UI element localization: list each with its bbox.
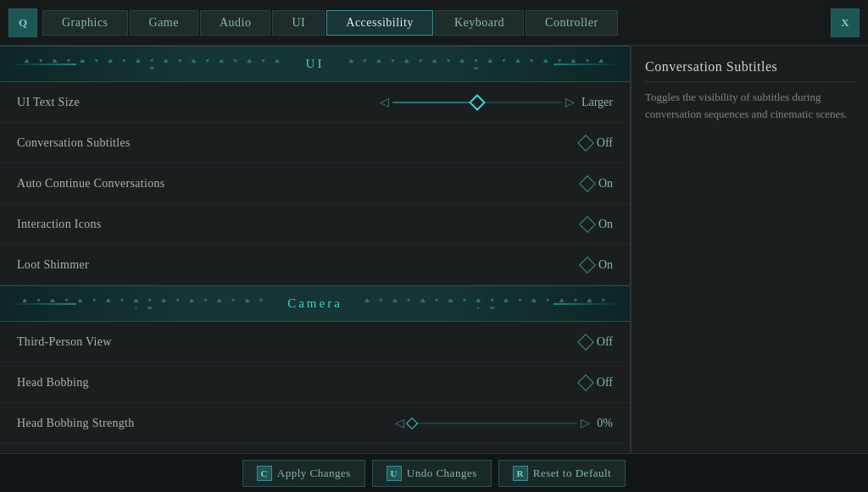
tab-ui[interactable]: UI (272, 10, 325, 36)
toggle-loot-shimmer[interactable]: On (581, 258, 613, 272)
setting-head-bobbing[interactable]: Head Bobbing Off (0, 362, 630, 403)
toggle-icon-conversation-subtitles (577, 135, 594, 152)
setting-auto-continue-conversations[interactable]: Auto Continue Conversations On (0, 163, 630, 204)
toggle-conversation-subtitles[interactable]: Off (580, 136, 613, 150)
slider-ui-text-size[interactable]: ◁ ▷ Larger (380, 95, 613, 109)
right-info-panel: Conversation Subtitles Toggles the visib… (631, 46, 868, 453)
tab-audio[interactable]: Audio (200, 10, 271, 36)
toggle-icon-head-bobbing (577, 374, 594, 391)
bottom-action-bar: C Apply Changes U Undo Changes R Reset t… (0, 453, 868, 492)
nav-corner-close-button[interactable]: X (831, 8, 860, 37)
section-label-camera: Camera (287, 296, 342, 311)
slider-value-head-bobbing-strength: 0% (597, 417, 613, 430)
toggle-value-conversation-subtitles: Off (597, 136, 613, 150)
toggle-value-head-bobbing: Off (597, 376, 613, 390)
toggle-third-person-view[interactable]: Off (580, 335, 613, 349)
toggle-value-auto-continue: On (598, 177, 613, 191)
slider-head-bobbing-strength[interactable]: ◁ ▷ 0% (395, 416, 613, 430)
apply-changes-button[interactable]: C Apply Changes (242, 460, 365, 487)
apply-key-indicator: C (257, 466, 272, 481)
setting-label-third-person-view: Third-Person View (17, 335, 580, 349)
settings-panel: ▲ ▼ ▲ ▼ ▲ ▼ ▲ ▼ ▲ ▼ ▲ ▼ ▲ ▼ ▲ ▼ ▲ ▼ ▲ ▼ … (0, 46, 631, 453)
setting-label-head-bobbing-strength: Head Bobbing Strength (17, 417, 395, 430)
setting-label-loot-shimmer: Loot Shimmer (17, 258, 581, 272)
toggle-icon-auto-continue (579, 175, 596, 192)
toggle-auto-continue[interactable]: On (581, 177, 613, 191)
reset-key-indicator: R (513, 466, 528, 481)
apply-changes-label: Apply Changes (277, 467, 351, 480)
right-panel-description: Toggles the visibility of subtitles duri… (645, 89, 854, 122)
tab-accessibility[interactable]: Accessibility (326, 10, 433, 36)
reset-to-default-label: Reset to Default (533, 467, 611, 480)
toggle-icon-third-person-view (577, 334, 594, 351)
setting-label-conversation-subtitles: Conversation Subtitles (17, 136, 580, 150)
setting-label-interaction-icons: Interaction Icons (17, 218, 581, 231)
toggle-icon-loot-shimmer (579, 257, 596, 274)
setting-ui-text-size[interactable]: UI Text Size ◁ ▷ Larger (0, 82, 630, 123)
section-label-ui: UI (306, 57, 325, 71)
toggle-interaction-icons[interactable]: On (581, 218, 613, 231)
setting-interaction-icons[interactable]: Interaction Icons On (0, 204, 630, 245)
slider-left-arrow[interactable]: ◁ (380, 95, 389, 109)
toggle-head-bobbing[interactable]: Off (580, 376, 613, 390)
nav-tabs-container: Graphics Game Audio UI Accessibility Key… (42, 10, 618, 36)
tab-graphics[interactable]: Graphics (42, 10, 128, 36)
toggle-value-loot-shimmer: On (598, 258, 613, 272)
toggle-value-third-person-view: Off (597, 335, 613, 349)
nav-corner-left-button[interactable]: Q (8, 8, 37, 37)
section-header-ui: ▲ ▼ ▲ ▼ ▲ ▼ ▲ ▼ ▲ ▼ ▲ ▼ ▲ ▼ ▲ ▼ ▲ ▼ ▲ ▼ … (0, 46, 630, 82)
setting-label-auto-continue: Auto Continue Conversations (17, 177, 581, 191)
slider-right-arrow-bobbing[interactable]: ▷ (581, 416, 590, 430)
slider-right-arrow[interactable]: ▷ (565, 95, 575, 109)
right-panel-title: Conversation Subtitles (645, 59, 854, 82)
tab-controller[interactable]: Controller (526, 10, 618, 36)
section-header-camera: ▲ ▼ ▲ ▼ ▲ ▼ ▲ ▼ ▲ ▼ ▲ ▼ ▲ ▼ ▲ ▼ ▲ ▼ ▲ ▼ … (0, 285, 630, 322)
tab-keyboard[interactable]: Keyboard (435, 10, 524, 36)
setting-label-ui-text-size: UI Text Size (17, 96, 380, 109)
slider-track (392, 102, 562, 103)
undo-changes-button[interactable]: U Undo Changes (372, 460, 492, 487)
main-layout: ▲ ▼ ▲ ▼ ▲ ▼ ▲ ▼ ▲ ▼ ▲ ▼ ▲ ▼ ▲ ▼ ▲ ▼ ▲ ▼ … (0, 46, 868, 453)
top-navigation: Q Graphics Game Audio UI Accessibility K… (0, 0, 868, 46)
setting-third-person-view[interactable]: Third-Person View Off (0, 322, 630, 362)
undo-key-indicator: U (387, 466, 402, 481)
setting-head-bobbing-strength[interactable]: Head Bobbing Strength ◁ ▷ 0% (0, 403, 630, 444)
setting-loot-shimmer[interactable]: Loot Shimmer On (0, 245, 630, 285)
slider-left-arrow-bobbing[interactable]: ◁ (395, 416, 404, 430)
setting-label-head-bobbing: Head Bobbing (17, 376, 580, 390)
setting-local-camera-shake[interactable]: Local Camera Shake Strength ◁ ▷ 0% (0, 444, 630, 453)
tab-game[interactable]: Game (130, 10, 198, 36)
reset-to-default-button[interactable]: R Reset to Default (498, 460, 626, 487)
slider-value-ui-text-size: Larger (581, 96, 613, 109)
toggle-value-interaction-icons: On (598, 218, 613, 231)
setting-conversation-subtitles[interactable]: Conversation Subtitles Off (0, 123, 630, 163)
undo-changes-label: Undo Changes (407, 467, 477, 480)
toggle-icon-interaction-icons (579, 216, 596, 233)
